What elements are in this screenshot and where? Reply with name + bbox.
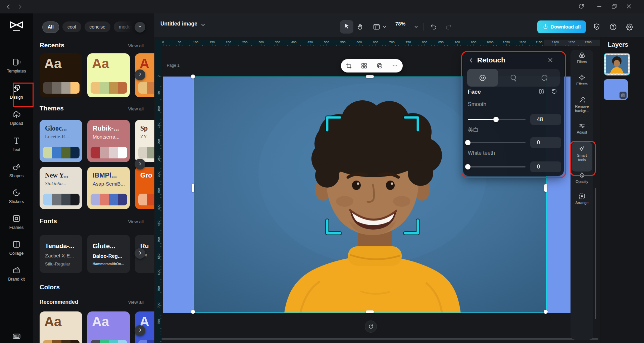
tool-smart-tools[interactable]: Smarttools — [572, 142, 592, 172]
sidebar-item-brand-kit[interactable]: Brand kit — [0, 266, 33, 282]
palette-card[interactable]: Aa — [40, 311, 82, 343]
download-all-button[interactable]: Download all — [537, 20, 586, 33]
slider-value-input[interactable]: 48 — [530, 114, 561, 125]
help-icon — [609, 23, 617, 32]
layer-thumbnail-photo[interactable] — [604, 53, 630, 76]
selection-corner-handle[interactable] — [544, 310, 548, 314]
horizontal-scrollbar[interactable] — [161, 338, 598, 340]
theme-card[interactable]: Glooc...Lucette-R... — [40, 120, 82, 162]
rotate-handle[interactable] — [365, 321, 377, 333]
palette-card[interactable]: Aa — [40, 53, 82, 97]
retouch-tab-face-retouch[interactable] — [467, 69, 498, 87]
sidebar-item-collage[interactable]: Collage — [0, 240, 33, 256]
sidebar-item-frames[interactable]: Frames — [0, 214, 33, 230]
zoom-chevron-icon[interactable] — [413, 24, 419, 30]
close-window-icon[interactable] — [626, 3, 633, 10]
more-options-icon[interactable] — [392, 62, 398, 69]
layout-grid-icon[interactable] — [361, 62, 367, 69]
view-all-link[interactable]: View all — [128, 219, 144, 224]
safety-button[interactable] — [593, 23, 601, 32]
settings-button[interactable] — [626, 23, 634, 32]
chip-concise[interactable]: concise — [85, 21, 110, 32]
vertical-scrollbar[interactable] — [595, 188, 596, 319]
selection-corner-handle[interactable] — [191, 75, 195, 79]
sidebar-item-stickers[interactable]: Stickers — [0, 188, 33, 204]
nav-back-icon[interactable] — [5, 3, 12, 10]
font-card[interactable]: Tenada-...Zacbel X-E...Stilu-Regular — [40, 235, 82, 273]
retouch-tab-makeup[interactable] — [498, 69, 529, 87]
cursor-tool-button[interactable] — [340, 20, 353, 34]
selection-edge-handle[interactable] — [192, 184, 194, 192]
selection-edge-handle[interactable] — [366, 75, 374, 78]
redo-button[interactable] — [445, 23, 452, 32]
layer-thumbnail-background[interactable] — [604, 79, 628, 100]
tool-effects[interactable]: Effects — [571, 74, 593, 86]
retouch-back-icon[interactable] — [468, 57, 475, 65]
slider-value-input[interactable]: 0 — [530, 161, 561, 172]
document-title-chevron-icon[interactable] — [200, 22, 206, 28]
palette-card[interactable]: Aa — [87, 53, 130, 97]
theme-card[interactable]: New Y...SinkinSa... — [40, 167, 82, 209]
h-ruler-tick — [529, 45, 530, 46]
canvas-size-button[interactable] — [373, 23, 381, 32]
h-ruler-tick — [245, 44, 245, 46]
view-all-link[interactable]: View all — [128, 300, 144, 305]
slider-thumb[interactable] — [493, 117, 499, 122]
hand-tool-button[interactable] — [356, 23, 364, 32]
theme-card[interactable]: IBMPl...Asap-SemiB... — [87, 167, 130, 209]
next-recents-button[interactable] — [135, 69, 145, 80]
undo-button[interactable] — [430, 23, 437, 32]
retouch-tab-reshape[interactable] — [529, 69, 560, 87]
chips-expand-button[interactable] — [135, 22, 145, 33]
selection-edge-handle[interactable] — [366, 310, 374, 313]
canvas-size-chevron-icon[interactable] — [382, 24, 387, 30]
next-fonts-button[interactable] — [135, 248, 145, 259]
zoom-level[interactable]: 78% — [395, 21, 405, 27]
view-all-link[interactable]: View all — [128, 106, 144, 111]
nav-forward-icon[interactable] — [16, 3, 23, 10]
sidebar-item-design[interactable]: Design — [0, 84, 33, 100]
view-all-link[interactable]: View all — [128, 43, 144, 48]
v-ruler-tick — [160, 214, 161, 214]
tool-remove-background[interactable]: Removebackgr... — [571, 96, 593, 113]
slider-track[interactable] — [468, 166, 526, 167]
maximize-icon[interactable] — [611, 3, 618, 10]
duplicate-icon[interactable] — [376, 62, 383, 69]
refresh-icon[interactable] — [578, 3, 585, 10]
palette-card[interactable]: Aa — [87, 311, 130, 343]
retouch-close-icon[interactable] — [547, 57, 554, 65]
minimize-icon[interactable] — [596, 3, 603, 10]
next-themes-button[interactable] — [135, 159, 145, 169]
sidebar-item-text[interactable]: Text — [0, 136, 33, 152]
sidebar-item-shapes[interactable]: Shapes — [0, 162, 33, 178]
reset-icon[interactable] — [551, 88, 557, 96]
slider-thumb[interactable] — [465, 140, 470, 145]
theme-card[interactable]: Gro — [135, 167, 154, 209]
selection-corner-handle[interactable] — [191, 310, 195, 314]
next-colors-button[interactable] — [135, 325, 145, 336]
theme-card[interactable]: Rubik-...Montserra... — [87, 120, 130, 162]
theme-card[interactable]: SpZY — [135, 120, 154, 162]
chip-cool[interactable]: cool — [62, 21, 81, 32]
swatch — [100, 340, 109, 343]
help-button[interactable] — [609, 23, 617, 32]
sidebar-item-upload[interactable]: Upload — [0, 110, 33, 126]
document-title[interactable]: Untitled image — [160, 21, 197, 27]
sidebar-item-templates[interactable]: Templates — [0, 58, 33, 74]
chip-all[interactable]: All — [42, 21, 59, 33]
font-card[interactable]: Glute...Baloo-Reg...HammersmithOn... — [87, 235, 130, 273]
shortcut-keyboard-icon[interactable] — [12, 332, 21, 342]
selection-edge-handle[interactable] — [544, 184, 547, 192]
capcut-logo[interactable] — [8, 18, 24, 36]
h-ruler-tick — [582, 45, 582, 46]
tool-filters[interactable]: Filters — [571, 52, 593, 64]
tool-adjust[interactable]: Adjust — [571, 122, 593, 135]
slider-value-input[interactable]: 0 — [530, 137, 561, 148]
slider-track[interactable] — [468, 119, 526, 120]
slider-thumb[interactable] — [465, 164, 470, 169]
tool-opacity[interactable]: Opacity — [571, 172, 593, 184]
slider-track[interactable] — [468, 142, 526, 143]
tool-arrange[interactable]: Arrange — [571, 193, 593, 205]
compare-icon[interactable] — [538, 88, 545, 96]
crop-icon[interactable] — [345, 62, 352, 69]
